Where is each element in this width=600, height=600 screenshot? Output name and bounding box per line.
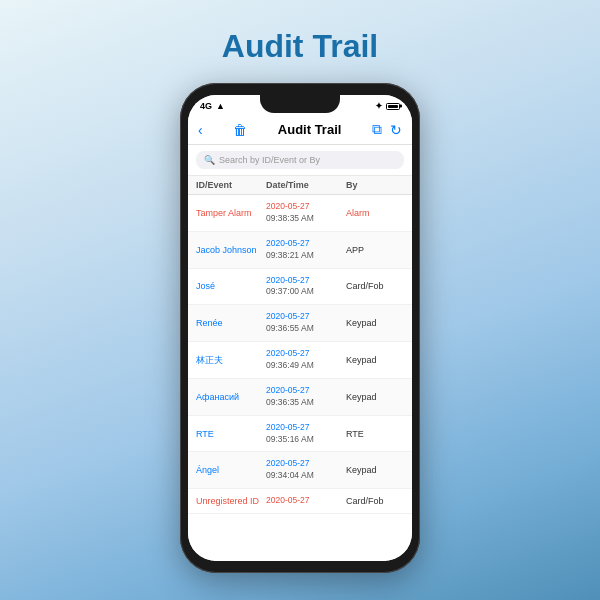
search-icon: 🔍 <box>204 155 215 165</box>
cell-id-6: RTE <box>196 429 266 439</box>
cell-datetime-5: 2020-05-2709:36:35 AM <box>266 385 346 409</box>
cell-datetime-1: 2020-05-2709:38:21 AM <box>266 238 346 262</box>
copy-button[interactable]: ⧉ <box>372 121 382 138</box>
cell-datetime-0: 2020-05-2709:38:35 AM <box>266 201 346 225</box>
phone-shell: 4G ▲ 08:00 AM ✦ ‹ 🗑 Audit Trail ⧉ ↻ 🔍 Se… <box>180 83 420 573</box>
cell-by-5: Keypad <box>346 392 401 402</box>
back-button[interactable]: ‹ <box>198 122 203 138</box>
table-header: ID/Event Date/Time By <box>188 176 412 195</box>
cell-id-2: José <box>196 281 266 291</box>
search-placeholder: Search by ID/Event or By <box>219 155 320 165</box>
cell-datetime-4: 2020-05-2709:36:49 AM <box>266 348 346 372</box>
col-header-id: ID/Event <box>196 180 266 190</box>
table-row[interactable]: RTE 2020-05-2709:35:16 AM RTE <box>188 416 412 453</box>
cell-id-5: Афанасий <box>196 392 266 402</box>
wifi-icon: ▲ <box>216 101 225 111</box>
table-row[interactable]: Unregistered ID 2020-05-27 Card/Fob <box>188 489 412 514</box>
table-row[interactable]: Renée 2020-05-2709:36:55 AM Keypad <box>188 305 412 342</box>
cell-by-6: RTE <box>346 429 401 439</box>
signal-indicator: 4G <box>200 101 212 111</box>
cell-datetime-6: 2020-05-2709:35:16 AM <box>266 422 346 446</box>
cell-id-4: 林正夫 <box>196 354 266 367</box>
cell-datetime-7: 2020-05-2709:34:04 AM <box>266 458 346 482</box>
search-bar: 🔍 Search by ID/Event or By <box>188 145 412 176</box>
cell-by-3: Keypad <box>346 318 401 328</box>
phone-notch <box>260 95 340 113</box>
nav-bar: ‹ 🗑 Audit Trail ⧉ ↻ <box>188 115 412 145</box>
cell-id-0: Tamper Alarm <box>196 208 266 218</box>
cell-by-1: APP <box>346 245 401 255</box>
page-title: Audit Trail <box>222 28 378 65</box>
nav-title: Audit Trail <box>278 122 342 137</box>
table-row[interactable]: Афанасий 2020-05-2709:36:35 AM Keypad <box>188 379 412 416</box>
table-body: Tamper Alarm 2020-05-2709:38:35 AM Alarm… <box>188 195 412 514</box>
table-row[interactable]: Ángel 2020-05-2709:34:04 AM Keypad <box>188 452 412 489</box>
table-row[interactable]: Jacob Johnson 2020-05-2709:38:21 AM APP <box>188 232 412 269</box>
bluetooth-icon: ✦ <box>375 101 383 111</box>
table-row[interactable]: José 2020-05-2709:37:00 AM Card/Fob <box>188 269 412 306</box>
col-header-datetime: Date/Time <box>266 180 346 190</box>
delete-button[interactable]: 🗑 <box>233 122 247 138</box>
cell-by-4: Keypad <box>346 355 401 365</box>
battery-icon <box>386 103 400 110</box>
cell-datetime-8: 2020-05-27 <box>266 495 346 507</box>
cell-by-7: Keypad <box>346 465 401 475</box>
refresh-button[interactable]: ↻ <box>390 122 402 138</box>
cell-id-7: Ángel <box>196 465 266 475</box>
cell-by-2: Card/Fob <box>346 281 401 291</box>
cell-id-3: Renée <box>196 318 266 328</box>
cell-id-1: Jacob Johnson <box>196 245 266 255</box>
table-row[interactable]: Tamper Alarm 2020-05-2709:38:35 AM Alarm <box>188 195 412 232</box>
phone-screen: 4G ▲ 08:00 AM ✦ ‹ 🗑 Audit Trail ⧉ ↻ 🔍 Se… <box>188 95 412 561</box>
cell-datetime-3: 2020-05-2709:36:55 AM <box>266 311 346 335</box>
cell-by-0: Alarm <box>346 208 401 218</box>
audit-table: ID/Event Date/Time By Tamper Alarm 2020-… <box>188 176 412 561</box>
col-header-by: By <box>346 180 401 190</box>
search-input[interactable]: 🔍 Search by ID/Event or By <box>196 151 404 169</box>
table-row[interactable]: 林正夫 2020-05-2709:36:49 AM Keypad <box>188 342 412 379</box>
cell-by-8: Card/Fob <box>346 496 401 506</box>
cell-id-8: Unregistered ID <box>196 496 266 506</box>
cell-datetime-2: 2020-05-2709:37:00 AM <box>266 275 346 299</box>
